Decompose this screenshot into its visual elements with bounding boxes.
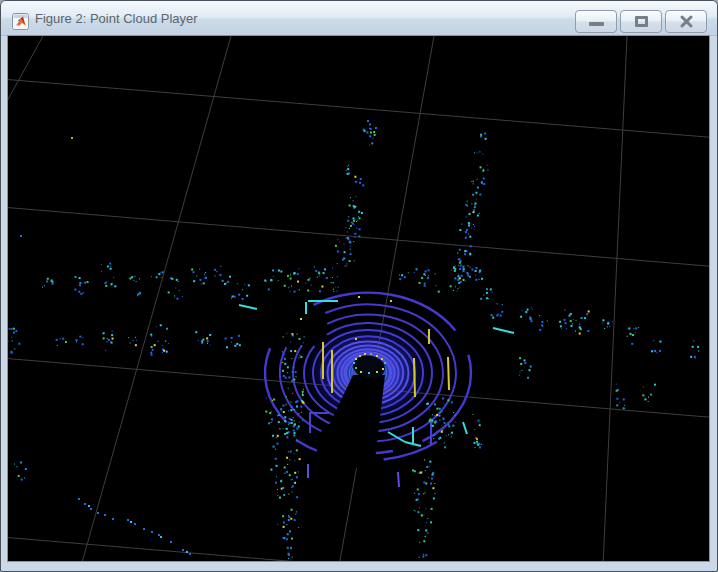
close-button[interactable] bbox=[665, 10, 707, 33]
maximize-button[interactable] bbox=[620, 10, 662, 33]
matlab-figure-icon bbox=[12, 13, 29, 30]
minimize-button[interactable] bbox=[575, 10, 617, 33]
window-title: Figure 2: Point Cloud Player bbox=[35, 1, 198, 35]
maximize-icon bbox=[635, 16, 648, 27]
minimize-icon bbox=[589, 22, 604, 26]
close-icon bbox=[679, 14, 694, 29]
window-controls bbox=[575, 10, 707, 33]
title-bar[interactable]: Figure 2: Point Cloud Player bbox=[1, 1, 717, 36]
figure-window: Figure 2: Point Cloud Player bbox=[0, 0, 718, 572]
point-cloud-canvas[interactable] bbox=[8, 36, 709, 561]
